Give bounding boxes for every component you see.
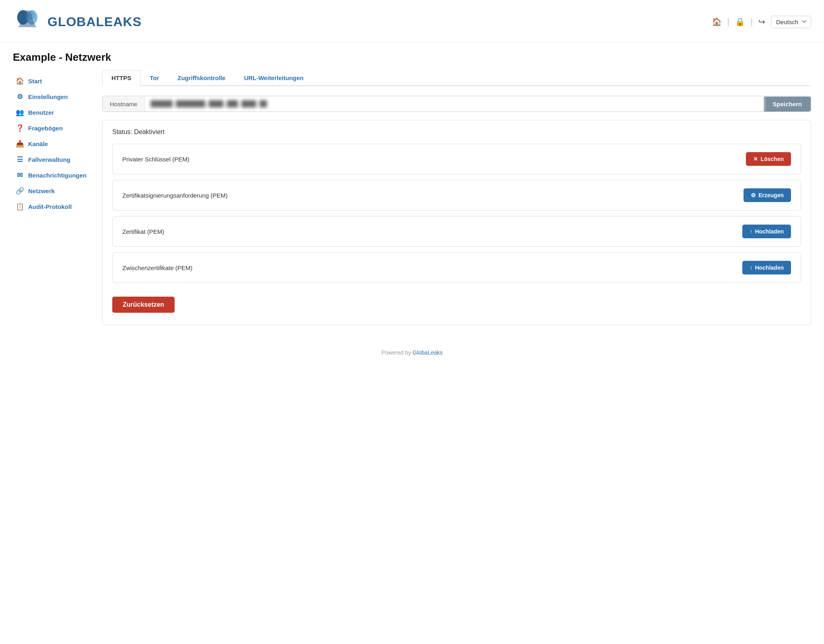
sidebar-label-netzwerk: Netzwerk <box>28 188 55 194</box>
sidebar-item-benutzer[interactable]: 👥 Benutzer <box>13 105 89 120</box>
tab-zugriffskontrolle[interactable]: Zugriffskontrolle <box>168 70 235 86</box>
sidebar-label-benutzer: Benutzer <box>28 109 54 116</box>
sidebar-item-start[interactable]: 🏠 Start <box>13 73 89 89</box>
sidebar-label-einstellungen: Einstellungen <box>28 93 68 100</box>
sidebar: 🏠 Start ⚙ Einstellungen 👥 Benutzer ❓ Fra… <box>13 70 89 325</box>
status-card: Status: Deaktiviert Privater Schlüssel (… <box>102 120 811 325</box>
upload-icon-zwischenzertifikate: ↑ <box>750 264 752 271</box>
hochladen-button-zwischenzertifikate[interactable]: ↑ Hochladen <box>742 261 791 275</box>
hochladen-label-zertifikat: Hochladen <box>755 228 784 235</box>
language-select[interactable]: Deutsch English Français Español <box>771 16 811 28</box>
pem-row-zwischenzertifikate: Zwischenzertifikate (PEM) ↑ Hochladen <box>112 252 801 283</box>
sidebar-item-audit-protokoll[interactable]: 📋 Audit-Protokoll <box>13 199 89 215</box>
sidebar-item-kanäle[interactable]: 📥 Kanäle <box>13 136 89 152</box>
sidebar-item-einstellungen[interactable]: ⚙ Einstellungen <box>13 89 89 105</box>
sidebar-label-audit-protokoll: Audit-Protokoll <box>28 203 72 210</box>
sidebar-item-netzwerk[interactable]: 🔗 Netzwerk <box>13 183 89 199</box>
settings-sidebar-icon: ⚙ <box>15 93 24 101</box>
sidebar-label-kanäle: Kanäle <box>28 140 48 147</box>
page-title: Example - Netzwerk <box>13 51 811 64</box>
home-icon[interactable]: 🏠 <box>710 15 723 28</box>
löschen-button[interactable]: ✕ Löschen <box>746 152 791 166</box>
tab-tor[interactable]: Tor <box>140 70 168 86</box>
hochladen-label-zwischenzertifikate: Hochladen <box>755 264 784 271</box>
cases-sidebar-icon: ☰ <box>15 155 24 164</box>
sidebar-label-fallverwaltung: Fallverwaltung <box>28 156 70 163</box>
hochladen-button-zertifikat[interactable]: ↑ Hochladen <box>742 225 791 238</box>
notifications-sidebar-icon: ✉ <box>15 171 24 180</box>
logo-text: GLOBALEAKS <box>47 14 142 29</box>
x-icon: ✕ <box>753 156 758 162</box>
content-area: HTTPS Tor Zugriffskontrolle URL-Weiterle… <box>102 70 811 325</box>
löschen-label: Löschen <box>760 156 784 162</box>
upload-icon-zertifikat: ↑ <box>750 228 752 235</box>
sidebar-item-fallverwaltung[interactable]: ☰ Fallverwaltung <box>13 152 89 167</box>
status-text: Status: Deaktiviert <box>112 128 801 136</box>
language-selector-wrapper: Deutsch English Français Español <box>771 16 811 28</box>
footer-link[interactable]: GlobaLeaks <box>413 349 443 356</box>
pem-label-zwischenzertifikate: Zwischenzertifikate (PEM) <box>122 264 192 271</box>
main-layout: 🏠 Start ⚙ Einstellungen 👥 Benutzer ❓ Fra… <box>0 70 824 341</box>
tab-https[interactable]: HTTPS <box>102 70 140 86</box>
erzeugen-label: Erzeugen <box>758 192 784 198</box>
header: GLOBALEAKS 🏠 | 🔒 | ↪ Deutsch English Fra… <box>0 0 824 42</box>
gear-icon: ⚙ <box>751 192 756 198</box>
pem-row-zertifikat: Zertifikat (PEM) ↑ Hochladen <box>112 216 801 247</box>
reset-button[interactable]: Zurücksetzen <box>112 297 175 313</box>
hostname-save-button[interactable]: Speichern <box>764 97 811 111</box>
questionnaire-sidebar-icon: ❓ <box>15 124 24 132</box>
page-title-area: Example - Netzwerk <box>0 42 824 70</box>
separator-1: | <box>727 17 729 27</box>
sidebar-label-benachrichtigungen: Benachrichtigungen <box>28 172 87 179</box>
tab-url-weiterleitungen[interactable]: URL-Weiterleitungen <box>235 70 313 86</box>
pem-label-zertifikat: Zertifikat (PEM) <box>122 228 164 235</box>
sidebar-item-benachrichtigungen[interactable]: ✉ Benachrichtigungen <box>13 167 89 183</box>
home-sidebar-icon: 🏠 <box>15 77 24 85</box>
sidebar-label-fragebögen: Fragebögen <box>28 125 63 132</box>
hostname-input[interactable] <box>145 96 764 111</box>
user-icon[interactable]: 🔒 <box>733 15 747 28</box>
tabs: HTTPS Tor Zugriffskontrolle URL-Weiterle… <box>102 70 811 86</box>
globaleaks-logo-icon <box>13 7 42 36</box>
footer-text: Powered by <box>381 349 411 356</box>
footer: Powered by GlobaLeaks <box>0 341 824 364</box>
pem-label-zertifikatsignierung: Zertifikatsignierungsanforderung (PEM) <box>122 192 228 199</box>
users-sidebar-icon: 👥 <box>15 108 24 117</box>
pem-label-privater-schlüssel: Privater Schlüssel (PEM) <box>122 156 190 163</box>
separator-2: | <box>751 17 753 27</box>
pem-row-privater-schlüssel: Privater Schlüssel (PEM) ✕ Löschen <box>112 144 801 174</box>
network-sidebar-icon: 🔗 <box>15 187 24 195</box>
logo-area: GLOBALEAKS <box>13 7 142 36</box>
logout-icon[interactable]: ↪ <box>757 15 767 28</box>
channels-sidebar-icon: 📥 <box>15 140 24 148</box>
sidebar-label-start: Start <box>28 78 42 85</box>
hostname-row: Hostname Speichern <box>102 96 811 112</box>
header-right: 🏠 | 🔒 | ↪ Deutsch English Français Españ… <box>710 15 811 28</box>
erzeugen-button[interactable]: ⚙ Erzeugen <box>744 188 791 202</box>
audit-sidebar-icon: 📋 <box>15 202 24 211</box>
sidebar-item-fragebögen[interactable]: ❓ Fragebögen <box>13 120 89 136</box>
pem-row-zertifikatsignierung: Zertifikatsignierungsanforderung (PEM) ⚙… <box>112 180 801 211</box>
hostname-label: Hostname <box>103 97 145 111</box>
